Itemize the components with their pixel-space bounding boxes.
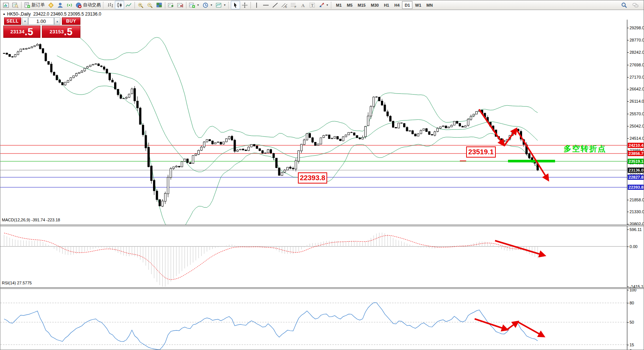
indicators-button[interactable]: ▼ [187,1,201,9]
timeframe-w1-button[interactable]: W1 [412,1,424,9]
line-chart-mode-button[interactable] [124,1,133,9]
macd-axis-label: 0.00 [630,244,637,249]
price-badge-23136.0: 23136.0 [628,168,644,173]
buy-price-int: 23153 [50,29,64,34]
price-level-label-23519[interactable]: 23519.1 [466,146,496,158]
red-trend-arrows[interactable] [495,241,544,255]
axis-tick [627,40,629,40]
vertical-line-button[interactable] [252,1,261,9]
price-axis-label: 28242.0 [630,50,644,55]
equidistant-channel-button[interactable]: E [280,1,289,9]
macd-label: MACD(12,26,9) -391.74 -223.18 [2,218,60,222]
axis-tick [627,101,629,102]
profiles-icon [12,2,19,8]
pane-separator-macd[interactable] [0,225,644,226]
axis-tick [627,287,629,287]
axis-tick [627,303,629,303]
axis-tick [627,138,629,139]
chevron-down-icon: ▼ [223,4,226,6]
macd-pane[interactable] [0,226,627,287]
volume-increase-button[interactable]: ▲ [54,17,60,25]
sell-price-display[interactable]: 23134.5 [3,26,40,38]
candlestick-mode-button[interactable] [115,1,124,9]
timeframe-m5-button[interactable]: M5 [344,1,355,9]
volume-decrease-button[interactable]: ▼ [22,17,28,25]
svg-text:F: F [295,5,296,8]
bull-bear-turning-point-note[interactable]: 多空转折点 [564,143,606,154]
rsi-pane[interactable] [0,289,627,350]
cursor-button[interactable] [231,1,240,9]
red-trend-arrows[interactable] [475,319,544,336]
fibonacci-button[interactable]: F [289,1,298,9]
volume-input[interactable] [28,17,54,25]
buy-button[interactable]: BUY [62,17,80,25]
chartshift-icon [177,2,183,8]
price-axis-label: 24514.0 [630,136,644,141]
toolbar-separator [165,2,165,9]
arrows-tool-button[interactable]: ▼ [317,1,330,9]
collapse-icon[interactable]: ▲ [3,12,6,16]
timeframe-h1-button[interactable]: H1 [381,1,392,9]
autotrading-button[interactable]: 自动交易 [74,1,102,9]
text-button[interactable]: A [298,1,308,9]
price-axis-label: 29298.0 [630,26,644,30]
candles-icon [116,2,123,8]
timeframe-m30-button[interactable]: M30 [368,1,381,9]
bar-chart-mode-button[interactable] [106,1,115,9]
toolbar-separator [250,2,251,9]
chart-shift-button[interactable] [176,1,185,9]
price-axis[interactable]: 29298.028770.028242.027698.027170.026642… [627,20,644,350]
price-level-label-22393[interactable]: 22393.8 [298,172,327,184]
linechart-icon [126,2,132,8]
price-axis-label: 21858.0 [630,198,644,202]
crosshair-button[interactable] [240,1,249,9]
buy-price-display[interactable]: 23153.5 [42,26,80,38]
price-axis-label: 25570.0 [630,112,644,116]
template-icon [216,2,222,8]
crosshair-icon [242,2,248,8]
signals-button[interactable] [65,1,74,9]
zoom-in-button[interactable] [136,1,145,9]
templates-button[interactable]: ▼ [214,1,228,9]
toolbar-separator [135,2,135,9]
axis-tick [627,247,629,247]
tile-windows-button[interactable] [155,1,164,9]
rsi-axis-label: 0 [630,349,632,350]
toolbar-drag-handle [331,2,333,9]
timeframe-d1-button[interactable]: D1 [402,1,412,9]
new-order-button[interactable]: 新订单 [23,1,46,9]
thick-green-support-bar[interactable] [508,160,555,162]
svg-text:A: A [301,3,305,8]
new-chart-button[interactable] [1,1,11,9]
person-icon [57,2,63,8]
axis-tick [627,77,629,77]
metaeditor-button[interactable] [46,1,56,9]
sell-price-int: 23134 [10,29,25,34]
trendline-button[interactable] [270,1,280,9]
axis-tick [627,89,629,89]
pane-separator-rsi[interactable] [0,287,644,289]
zoom-out-button[interactable] [145,1,155,9]
axis-tick [627,212,629,212]
timeframe-mn-button[interactable]: MN [424,1,435,9]
axis-tick [627,114,629,114]
profiles-button[interactable] [11,1,20,9]
price-axis-label: 25042.0 [630,124,644,128]
auto-scroll-button[interactable] [166,1,176,9]
market-button[interactable] [56,1,65,9]
neworder-icon [24,2,30,8]
sell-button[interactable]: SELL [4,17,21,25]
text-label-button[interactable]: T [308,1,317,9]
timeframe-m15-button[interactable]: M15 [355,1,368,9]
price-axis-label: 27170.0 [630,75,644,79]
fibo-icon: F [291,2,297,8]
periods-button[interactable]: ▼ [201,1,214,9]
timeframe-h4-button[interactable]: H4 [392,1,402,9]
chat-button[interactable] [631,1,640,9]
search-button[interactable] [620,1,629,9]
timeframe-m1-button[interactable]: M1 [333,1,344,9]
main-chart-pane[interactable] [0,20,627,225]
horizontal-line-button[interactable] [261,1,270,9]
axis-tick [627,345,629,345]
price-axis-label: 26114.0 [630,99,644,103]
